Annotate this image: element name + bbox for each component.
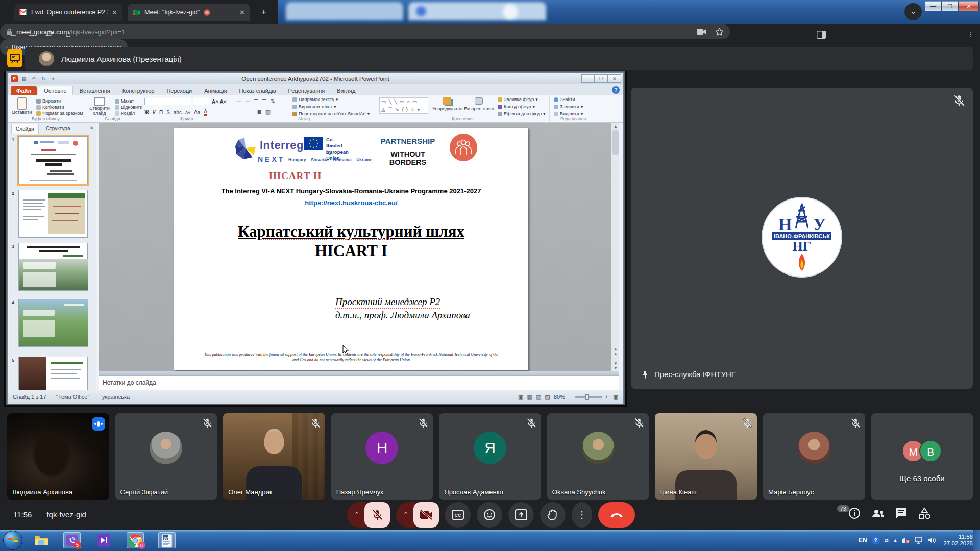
format-painter-button[interactable]: Формат за зразком: [36, 111, 83, 116]
participant-tile[interactable]: Oksana Shyychuk: [547, 413, 649, 500]
ppt-maximize-button[interactable]: ❐: [595, 74, 608, 83]
tab-close-icon[interactable]: ✕: [112, 9, 117, 16]
side-panel-icon[interactable]: [817, 31, 826, 39]
reset-button[interactable]: Відновити: [115, 105, 142, 110]
arrange-button[interactable]: Упорядкувати: [431, 97, 463, 111]
font-style-buttons[interactable]: ЖКПSabcAVAaA: [144, 109, 209, 116]
chat-icon[interactable]: [895, 507, 908, 519]
participant-tile[interactable]: Людмила Архипова: [7, 413, 109, 500]
reload-icon[interactable]: ⟳: [44, 28, 56, 40]
bookmark-star-icon[interactable]: [715, 28, 724, 36]
start-button[interactable]: [3, 531, 22, 550]
people-icon[interactable]: [871, 507, 885, 519]
next-slide-icon[interactable]: ▼▼: [611, 361, 620, 370]
tab-file[interactable]: Файл: [11, 86, 37, 95]
browser-tab-gmail[interactable]: Fwd: Open conference P2 27 febr ✕: [14, 4, 122, 21]
shape-effects-button[interactable]: Ефекти для фігур ▾: [498, 111, 546, 116]
slide-thumbnail-2[interactable]: [18, 190, 88, 238]
tray-clock[interactable]: 11:56 27.02.2025: [943, 534, 973, 547]
viber-icon[interactable]: 5: [63, 532, 81, 548]
info-icon[interactable]: [848, 507, 861, 519]
forward-icon[interactable]: →: [26, 28, 38, 40]
participant-tile[interactable]: Я Ярослав Адаменко: [439, 413, 541, 500]
slide-thumbnail-5[interactable]: [18, 357, 88, 390]
select-button[interactable]: Виділити ▾: [554, 111, 583, 116]
help-icon[interactable]: ?: [612, 86, 620, 94]
tab-view[interactable]: Вигляд: [331, 86, 361, 95]
shape-fill-button[interactable]: Заливка фігур ▾: [498, 97, 538, 102]
list-buttons[interactable]: ☰ ☰ ≣ ≣ ⇅: [236, 98, 276, 105]
slide-editor[interactable]: Interreg Co-funded bythe European Union …: [174, 128, 528, 370]
scroll-up-icon[interactable]: ▲: [611, 124, 620, 129]
zoom-in-icon[interactable]: +: [605, 394, 608, 400]
language-indicator[interactable]: EN: [859, 537, 867, 544]
canvas-scrollbar[interactable]: ▲ ▲▲ ▼▼: [611, 123, 619, 371]
volume-icon[interactable]: [928, 537, 937, 544]
align-text-button[interactable]: Вирівняти текст ▾: [292, 104, 336, 109]
chrome-icon[interactable]: H: [127, 532, 144, 548]
view-buttons[interactable]: ▣ ▦ ▥ ▨: [518, 394, 551, 400]
reactions-button[interactable]: [477, 502, 502, 528]
display-tray-icon[interactable]: [915, 537, 923, 544]
slide-thumbnail-3[interactable]: [18, 243, 88, 291]
tab-design[interactable]: Конструктор: [117, 86, 160, 95]
end-call-button[interactable]: [598, 502, 635, 528]
address-bar[interactable]: meet.google.com/fqk-fvez-gid?pli=1: [0, 24, 730, 39]
media-player-icon[interactable]: [95, 532, 112, 548]
scroll-thumb[interactable]: [612, 130, 619, 155]
tab-animations[interactable]: Анімація: [199, 86, 232, 95]
zoom-slider[interactable]: [575, 396, 602, 398]
activities-icon[interactable]: [918, 507, 931, 519]
browser-tab-meet[interactable]: Meet: "fqk-fvez-gid" ✕: [128, 4, 250, 21]
home-icon[interactable]: ⌂: [62, 28, 75, 40]
show-desktop-button[interactable]: [973, 530, 980, 551]
raise-hand-button[interactable]: [540, 502, 566, 528]
panel-close-icon[interactable]: ✕: [90, 125, 94, 131]
panel-tab-slides[interactable]: Слайди: [11, 124, 39, 134]
tab-slideshow[interactable]: Показ слайдів: [233, 86, 281, 95]
notes-splitter[interactable]: [99, 371, 619, 375]
tab-home[interactable]: Основне: [38, 86, 72, 95]
back-icon[interactable]: ←: [7, 28, 19, 40]
copy-button[interactable]: Копіювати: [36, 105, 64, 110]
participant-tile[interactable]: Сергій Зікратий: [115, 413, 217, 500]
new-tab-button[interactable]: +: [258, 7, 270, 19]
tab-insert[interactable]: Вставлення: [74, 86, 116, 95]
text-direction-button[interactable]: Напрямок тексту ▾: [292, 97, 338, 102]
ppt-close-button[interactable]: ✕: [608, 74, 621, 83]
captions-button[interactable]: CC: [445, 502, 471, 528]
ppt-minimize-button[interactable]: —: [581, 74, 595, 83]
participant-tile[interactable]: Ірина Кінаш: [655, 413, 757, 500]
tab-close-icon[interactable]: ✕: [239, 9, 245, 16]
programme-link[interactable]: https://next.huskroua-cbc.eu/: [174, 199, 528, 207]
mic-options-chevron[interactable]: ⌃: [347, 502, 366, 528]
zoom-out-icon[interactable]: −: [569, 394, 572, 400]
more-options-button[interactable]: ⋮: [572, 502, 592, 528]
word-icon[interactable]: W: [158, 532, 176, 548]
pinned-participant-tile[interactable]: Н У ІВАНО-ФРАНКІВСЬК НГ Прес-служба ІФНТ…: [631, 88, 973, 389]
network-error-icon[interactable]: [902, 537, 910, 544]
font-name-box[interactable]: A˄ A˅: [144, 98, 227, 105]
quick-styles-button[interactable]: Експрес-стилі: [463, 97, 495, 111]
close-button[interactable]: ✕: [959, 1, 979, 11]
show-hidden-icons[interactable]: ▲: [893, 538, 898, 543]
help-tray-icon[interactable]: ?: [872, 536, 880, 544]
explorer-icon[interactable]: [33, 532, 50, 548]
layout-button[interactable]: Макет: [115, 98, 134, 104]
slide-thumbnail-1[interactable]: [18, 136, 88, 184]
paste-button[interactable]: Вставити: [12, 97, 32, 115]
smartart-button[interactable]: Перетворити на об'єкт SmartArt ▾: [292, 111, 370, 116]
section-button[interactable]: Розділ: [115, 111, 135, 116]
replace-button[interactable]: Замінити ▾: [554, 104, 583, 109]
shape-outline-button[interactable]: Контур фігур ▾: [498, 104, 535, 109]
camera-options-chevron[interactable]: ⌃: [396, 502, 415, 528]
new-slide-button[interactable]: Створити слайд: [86, 97, 113, 116]
participant-tile[interactable]: Марія Берлоус: [763, 413, 865, 500]
slide-thumbnail-4[interactable]: [18, 299, 88, 347]
fit-to-window-icon[interactable]: ▣: [613, 394, 618, 400]
layout-tray-icon[interactable]: ⧉: [885, 537, 889, 544]
notes-pane[interactable]: Нотатки до слайда: [99, 375, 619, 390]
zoom-slider-thumb[interactable]: [585, 394, 589, 400]
browser-menu-icon[interactable]: ⋮: [965, 28, 977, 40]
mic-muted-button[interactable]: [364, 502, 390, 528]
